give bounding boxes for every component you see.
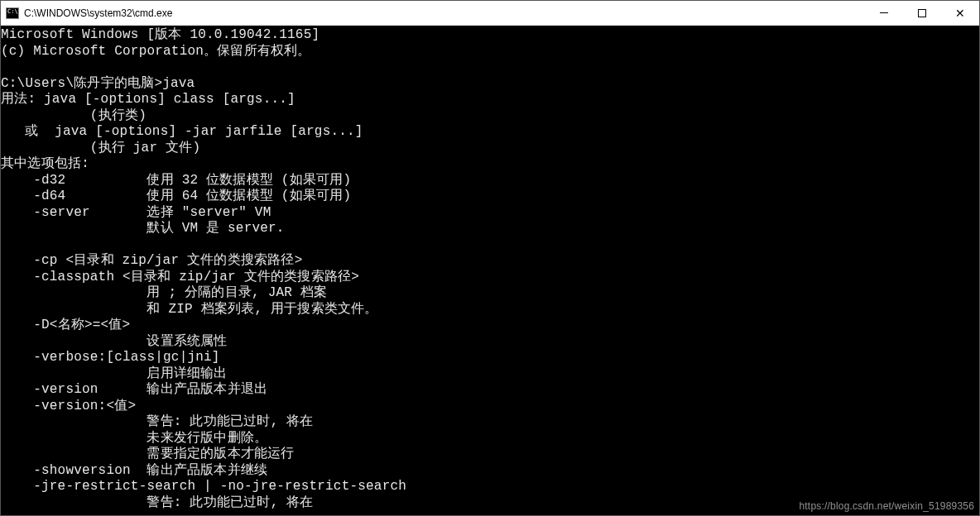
titlebar[interactable]: C:\WINDOWS\system32\cmd.exe ✕	[1, 1, 979, 26]
window-title: C:\WINDOWS\system32\cmd.exe	[24, 7, 865, 19]
terminal-output[interactable]: Microsoft Windows [版本 10.0.19042.1165] (…	[1, 26, 979, 515]
window-controls: ✕	[865, 1, 979, 26]
maximize-button[interactable]	[903, 1, 941, 26]
close-icon: ✕	[955, 7, 965, 19]
minimize-button[interactable]	[865, 1, 903, 26]
app-icon-wrap	[1, 1, 24, 26]
cmd-icon	[6, 7, 19, 19]
close-button[interactable]: ✕	[941, 1, 979, 26]
maximize-icon	[918, 9, 926, 17]
minimize-icon	[880, 12, 888, 13]
app-window: C:\WINDOWS\system32\cmd.exe ✕ Microsoft …	[0, 0, 980, 516]
watermark-text: https://blog.csdn.net/weixin_51989356	[799, 500, 974, 512]
